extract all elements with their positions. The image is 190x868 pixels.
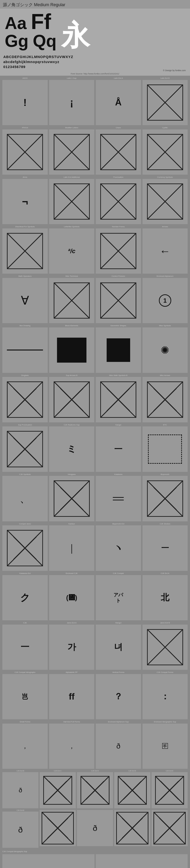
cell-large-ckextb3: ð <box>77 809 113 848</box>
char-ku: ク <box>20 591 30 604</box>
latin-preview: Aa Ff Gg Qq <box>5 11 56 50</box>
box-diacritical <box>2 228 48 274</box>
cell-chars: Chars <box>96 127 141 175</box>
label-dingbats: Dingbats <box>21 374 29 377</box>
box-verticalforms: ？ <box>96 674 141 719</box>
cell-ipaext: IPA Ext <box>2 127 48 175</box>
char-kanbun: ｜ <box>67 541 76 555</box>
cell-letterlike: Letterlike Symbols ª/c <box>49 225 94 274</box>
label-katakana: Katakana <box>114 473 122 476</box>
label-geoshapes: Geometric Shapes <box>110 324 126 327</box>
cell-blockelem: Block Elements <box>49 324 94 373</box>
cell-halffull: Half And Full Forms ， <box>49 721 94 769</box>
cell-ckextc: CJK Ext C <box>40 770 76 808</box>
label-ckextb: CJK Ext B <box>16 770 24 772</box>
cell-diacritical: Diacritical For Symbols <box>2 225 48 274</box>
cell-kanbun: Kanbun ｜ <box>49 523 94 571</box>
label-enclosedcjk: Enclosed CJK <box>66 572 78 575</box>
box-blockelem <box>49 328 94 373</box>
cjk-compat-ideo-sup-label: CJK Compat Ideographs Sup <box>2 849 188 853</box>
label-suppunct: Sup Punctuation <box>18 424 32 426</box>
bottom-grid: CJK Ext B ð CJK Ext C CJK Ext D CJK Ext … <box>2 770 188 808</box>
label-ckextc: CJK Ext C <box>54 770 62 772</box>
box-latin1sup: ¡ <box>49 80 94 125</box>
cell-dingbats: Dingbats <box>2 374 48 422</box>
box-jamoextb <box>143 625 188 670</box>
box-cjkradiconsup: ミ <box>49 426 94 472</box>
label-large-ckextb1: CJK Ext B <box>16 809 24 811</box>
label-enclosedideosup: Enclosed Ideographic Sup <box>154 721 176 723</box>
box-latinexta: Å <box>96 80 141 125</box>
char-line <box>7 349 43 350</box>
cell-miscarrows: Misc Arrows <box>143 374 188 422</box>
placeholder-latinextadd <box>54 183 90 220</box>
label-cjksymbols: CJK Symbols <box>19 473 31 476</box>
placeholder-suparrowsb <box>54 381 90 417</box>
box-alphabeticpf: ff <box>49 674 94 719</box>
placeholder-modletters <box>54 134 90 170</box>
label-halffull: Half And Full Forms <box>64 721 80 723</box>
label-bopomofoext: Bopomofo Ext <box>112 523 124 525</box>
label-ckexte2: CJK Ext E <box>166 770 174 772</box>
box-latinextb <box>143 80 188 125</box>
cell-jamoexta: Jamo Ext A 가 <box>49 622 94 670</box>
label-katakanaext: Katakana Ext <box>19 572 31 575</box>
placeholder-ckexte <box>118 776 147 805</box>
box-dingbats <box>2 377 48 422</box>
char-square <box>107 338 130 362</box>
label-etc: ETC <box>163 424 167 426</box>
label-hiragana: Hiragana <box>68 473 76 476</box>
char-question: ？ <box>114 691 122 703</box>
label-suparrowsb: Sup Arrows B <box>66 374 77 377</box>
cell-controlpic: Control Pictures <box>96 275 141 323</box>
box-jamoexta: 가 <box>49 625 94 670</box>
box-kanbun: ｜ <box>49 525 94 571</box>
label-enclosednum: Enclosed Alphanum <box>156 275 174 277</box>
box-punct <box>96 179 141 224</box>
cell-cjkcompatforms: CJK Compat Forms ： <box>143 671 188 719</box>
cell-katakanaext: Katakana Ext ク <box>2 572 48 620</box>
label-misctech: Misc Technical <box>66 275 78 277</box>
lowercase-row: abcdefghijklmnopqrstuvwxyz <box>3 59 187 64</box>
box-enclosedideosup: 🈐 <box>143 723 188 769</box>
placeholder-numberforms <box>100 233 136 269</box>
placeholder-diacritical <box>7 233 43 269</box>
cell-armo: Armo ¬ <box>2 176 48 224</box>
char-cjkstrokes: 一 <box>161 543 169 553</box>
box-enclosednum: 1 <box>143 278 188 323</box>
label-cjkcompatideosup: CJK Compat Ideographs Sup <box>2 850 27 852</box>
label-hangul: Hangul <box>115 622 121 624</box>
placeholder-chars <box>100 134 136 170</box>
box-ckexte2 <box>152 772 188 808</box>
box-ckextb: ð <box>2 772 38 808</box>
box-letterlike: ª/c <box>49 228 94 274</box>
cell-currency: Currency Symbols <box>143 176 188 224</box>
box-controlpic <box>96 278 141 323</box>
char-ff: ff <box>69 692 75 702</box>
box-kangxi: 一 <box>96 426 141 472</box>
placeholder-hiragana <box>54 480 90 517</box>
box-mathops: ∀ <box>2 278 48 323</box>
font-title: 源ノ角ゴシック Medium Regular <box>3 2 65 7</box>
box-cjkexta: 北 <box>143 575 188 621</box>
box-hangul: 녀 <box>96 625 141 670</box>
placeholder-controlpic <box>100 282 136 319</box>
font-preview: Aa Ff Gg Qq 永 <box>0 8 190 53</box>
cell-boxdraw: Box Drawing <box>2 324 48 373</box>
box-ipaext <box>2 129 48 175</box>
placeholder-ckextc <box>43 776 72 805</box>
label-punct: Punctuation <box>113 176 123 179</box>
placeholder-large5 <box>153 812 186 844</box>
cell-large-ckextb5 <box>152 809 188 848</box>
box-ckextd <box>77 772 113 808</box>
char-block <box>57 338 86 363</box>
placeholder-ipaext <box>7 134 43 170</box>
placeholder-cyrillic <box>147 134 183 170</box>
label-cjkcompatforms: CJK Compat Forms <box>157 671 174 674</box>
cell-ckextb: CJK Ext B ð <box>2 770 38 808</box>
cell-alphabeticpf: Alphabetic PF ff <box>49 671 94 719</box>
box-ascii: ! <box>2 80 48 125</box>
cell-misctech: Misc Technical <box>49 275 94 323</box>
box-cjkcompat: アパト <box>96 575 141 621</box>
box-armo: ¬ <box>2 179 48 224</box>
